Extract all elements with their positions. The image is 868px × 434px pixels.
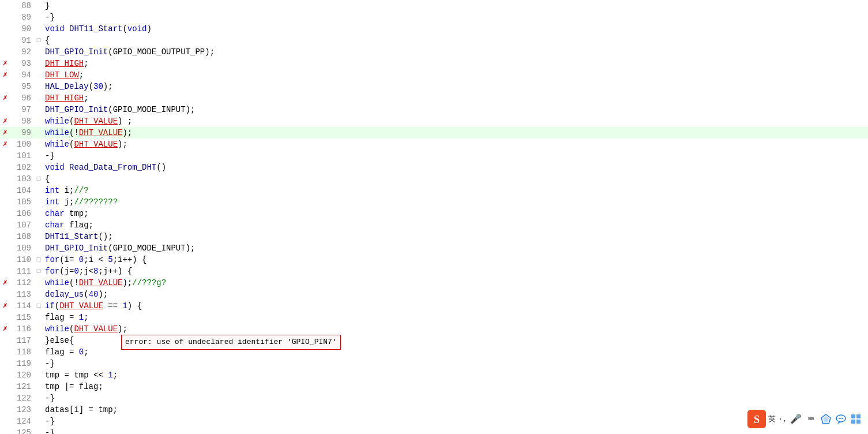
error-marker: ✗ <box>0 58 10 69</box>
line-number: 104 <box>10 185 35 196</box>
code-line: 124-} <box>0 416 868 427</box>
code-line: 103□{ <box>0 173 868 185</box>
code-line: 110□for(i= 0;i < 5;i++) { <box>0 254 868 265</box>
code-line: ✗99while(!DHT_VALUE); <box>0 127 868 139</box>
line-content: void Read_Data_From_DHT() <box>43 162 868 173</box>
code-line: 106char tmp; <box>0 208 868 219</box>
line-number: 99 <box>10 127 35 139</box>
svg-rect-8 <box>851 414 855 418</box>
line-content: while(DHT_VALUE); <box>43 139 868 150</box>
fold-indicator[interactable]: □ <box>35 265 43 277</box>
line-number: 101 <box>10 150 35 162</box>
error-marker: ✗ <box>0 323 10 335</box>
code-line: 92DHT_GPIO_Init(GPIO_MODE_OUTPUT_PP); <box>0 46 868 58</box>
code-line: ✗112while(!DHT_VALUE);//???g? <box>0 277 868 289</box>
code-line: 108DHT11_Start(); <box>0 231 868 242</box>
code-line: 113delay_us(40); <box>0 289 868 300</box>
code-line: 101-} <box>0 150 868 162</box>
line-number: 114 <box>10 300 35 312</box>
svg-marker-3 <box>823 416 829 422</box>
sogou-chinese[interactable]: 英 <box>768 414 776 424</box>
code-line: 122-} <box>0 392 868 404</box>
code-line: 90void DHT11_Start(void) <box>0 23 868 35</box>
line-number: 106 <box>10 208 35 219</box>
line-number: 115 <box>10 312 35 323</box>
line-content: DHT_GPIO_Init(GPIO_MODE_INPUT); <box>43 104 868 115</box>
line-content: while(DHT_VALUE) ; <box>43 115 868 127</box>
line-number: 108 <box>10 231 35 242</box>
line-number: 120 <box>10 369 35 381</box>
line-content: -} <box>43 150 868 162</box>
svg-rect-9 <box>856 414 861 418</box>
line-number: 116 <box>10 323 35 335</box>
line-content: -} <box>43 427 868 434</box>
line-number: 111 <box>10 265 35 277</box>
line-content: while(!DHT_VALUE);//???g? <box>43 277 868 289</box>
line-number: 113 <box>10 289 35 300</box>
line-content: DHT_HIGH; <box>43 92 868 104</box>
line-number: 91 <box>10 35 35 46</box>
sogou-toolbar[interactable]: S 英 ·, 🎤 ⌨ <box>747 410 862 428</box>
line-number: 90 <box>10 23 35 35</box>
sogou-chat-icon[interactable] <box>835 413 847 425</box>
svg-point-7 <box>842 418 843 419</box>
line-content: DHT_GPIO_Init(GPIO_MODE_INPUT); <box>43 242 868 254</box>
fold-indicator[interactable]: □ <box>35 254 43 265</box>
sogou-logo: S <box>747 410 766 428</box>
code-line: 97DHT_GPIO_Init(GPIO_MODE_INPUT); <box>0 104 868 115</box>
line-number: 93 <box>10 58 35 69</box>
fold-indicator[interactable]: □ <box>35 173 43 185</box>
line-content: tmp = tmp << 1; <box>43 369 868 381</box>
line-number: 88 <box>10 0 35 12</box>
line-number: 123 <box>10 404 35 416</box>
line-content: DHT_HIGH; <box>43 58 868 69</box>
line-number: 124 <box>10 416 35 427</box>
line-content: DHT_GPIO_Init(GPIO_MODE_OUTPUT_PP); <box>43 46 868 58</box>
line-content: int j;//??????? <box>43 196 868 208</box>
line-content: tmp |= flag; <box>43 381 868 392</box>
code-line: ✗116while(DHT_VALUE); <box>0 323 868 335</box>
sogou-mic-icon[interactable]: 🎤 <box>790 413 802 425</box>
fold-indicator[interactable]: □ <box>35 35 43 46</box>
line-number: 122 <box>10 392 35 404</box>
line-number: 98 <box>10 115 35 127</box>
line-number: 97 <box>10 104 35 115</box>
line-content: } <box>43 0 868 12</box>
code-line: ✗94DHT_LOW; <box>0 69 868 81</box>
error-marker: ✗ <box>0 139 10 150</box>
line-number: 110 <box>10 254 35 265</box>
sogou-grid-icon[interactable] <box>850 413 862 425</box>
line-content: for(j=0;j<8;j++) { <box>43 265 868 277</box>
line-content: while(DHT_VALUE); <box>43 323 868 335</box>
line-number: 105 <box>10 196 35 208</box>
error-marker: ✗ <box>0 300 10 312</box>
code-line: 123datas[i] = tmp; <box>0 404 868 416</box>
line-content: if(DHT_VALUE == 1) { <box>43 300 868 312</box>
error-marker: ✗ <box>0 69 10 81</box>
code-line: 104int i;//? <box>0 185 868 196</box>
line-content: void DHT11_Start(void) <box>43 23 868 35</box>
code-line: 88} <box>0 0 868 12</box>
code-editor: 88}89-}90void DHT11_Start(void)91□{92DHT… <box>0 0 868 434</box>
line-number: 92 <box>10 46 35 58</box>
code-line: 117}else{error: use of undeclared identi… <box>0 335 868 346</box>
code-line: ✗114□if(DHT_VALUE == 1) { <box>0 300 868 312</box>
line-content: { <box>43 173 868 185</box>
code-line: 105int j;//??????? <box>0 196 868 208</box>
svg-rect-10 <box>851 420 855 424</box>
line-content: char flag; <box>43 219 868 231</box>
code-line: ✗98while(DHT_VALUE) ; <box>0 115 868 127</box>
line-content: -} <box>43 416 868 427</box>
sogou-punct[interactable]: ·, <box>778 415 787 424</box>
code-line: 120tmp = tmp << 1; <box>0 369 868 381</box>
line-number: 119 <box>10 358 35 369</box>
line-number: 89 <box>10 12 35 23</box>
line-number: 94 <box>10 69 35 81</box>
sogou-skin-icon[interactable] <box>820 413 832 425</box>
line-number: 125 <box>10 427 35 434</box>
error-marker: ✗ <box>0 115 10 127</box>
code-line: 115flag = 1; <box>0 312 868 323</box>
sogou-keyboard-icon[interactable]: ⌨ <box>805 413 817 425</box>
code-line: ✗93DHT_HIGH; <box>0 58 868 69</box>
fold-indicator[interactable]: □ <box>35 300 43 312</box>
